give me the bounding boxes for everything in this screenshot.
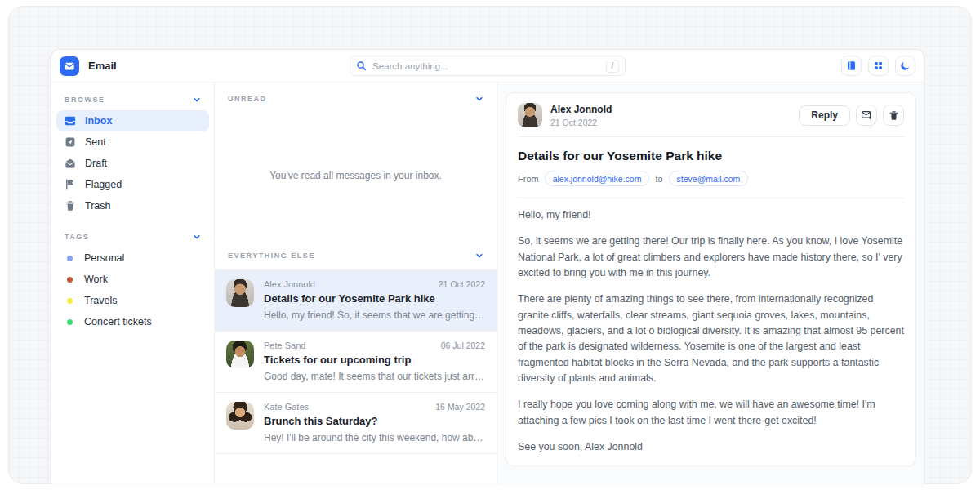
sidebar-item-sent[interactable]: Sent — [56, 131, 209, 153]
sidebar-tag-work[interactable]: Work — [56, 269, 209, 290]
mail-item-content: Kate Gates 16 May 2022 Brunch this Satur… — [264, 402, 485, 443]
apps-grid-button[interactable] — [868, 56, 889, 76]
browse-label: BROWSE — [65, 96, 105, 104]
mail-subject: Details for our Yosemite Park hike — [264, 292, 485, 305]
trash-icon — [65, 200, 76, 212]
tag-label: Work — [84, 274, 108, 285]
chevron-down-icon — [475, 252, 483, 260]
detail-actions: Reply — [799, 105, 904, 126]
chevron-down-icon — [193, 96, 201, 104]
sidebar-item-trash[interactable]: Trash — [56, 195, 209, 216]
detail-subject: Details for our Yosemite Park hike — [518, 149, 904, 163]
trash-icon — [889, 110, 899, 121]
sidebar-tag-personal[interactable]: Personal — [56, 247, 209, 269]
app-title: Email — [88, 60, 117, 72]
email-paragraph: There are plenty of amazing things to se… — [518, 292, 904, 386]
everything-else-label: EVERYTHING ELSE — [228, 252, 315, 260]
chevron-down-icon — [475, 95, 483, 103]
avatar — [518, 103, 542, 127]
tags-section-header[interactable]: TAGS — [56, 228, 209, 247]
grid-icon — [873, 60, 884, 71]
email-app-window: Email Search anything... / — [51, 49, 924, 484]
detail-header: Alex Jonnold 21 Oct 2022 Reply — [518, 103, 904, 127]
unread-empty-message: You've read all messages in your inbox. — [215, 111, 497, 239]
moon-icon — [900, 60, 911, 71]
mail-preview: Hey! I'll be around the city this weeken… — [264, 432, 485, 443]
avatar — [226, 341, 254, 368]
mail-subject: Tickets for our upcoming trip — [264, 354, 485, 366]
email-signoff: See you soon, Alex Jonnold — [518, 439, 904, 455]
search-placeholder: Search anything... — [372, 61, 600, 71]
mail-subject: Brunch this Saturday? — [264, 415, 485, 427]
mail-sender: Pete Sand — [264, 341, 305, 350]
mail-item-content: Pete Sand 06 Jul 2022 Tickets for our up… — [264, 341, 485, 382]
tag-dot-travels — [67, 298, 73, 304]
search-icon — [356, 60, 367, 71]
mail-date: 21 Oct 2022 — [439, 279, 485, 289]
email-paragraph: I really hope you love coming along with… — [518, 397, 904, 429]
from-email-pill[interactable]: alex.jonnold@hike.com — [545, 171, 650, 186]
envelope-logo-icon — [64, 60, 75, 72]
app-logo — [60, 56, 79, 76]
divider — [518, 198, 904, 198]
to-email-pill[interactable]: steve@mail.com — [669, 171, 749, 186]
detail-sender-name: Alex Jonnold — [550, 104, 612, 115]
message-detail-panel: Alex Jonnold 21 Oct 2022 Reply — [497, 82, 924, 484]
send-icon — [65, 136, 76, 148]
to-label: to — [655, 174, 662, 184]
app-header: Email Search anything... / — [51, 50, 924, 82]
avatar — [226, 402, 254, 430]
mail-date: 06 Jul 2022 — [441, 341, 485, 350]
search-input[interactable]: Search anything... / — [350, 56, 626, 76]
app-body: BROWSE Inbox Sent — [51, 82, 924, 484]
tag-dot-personal — [67, 256, 73, 261]
list-item-email-2[interactable]: Pete Sand 06 Jul 2022 Tickets for our up… — [215, 332, 497, 393]
from-to-row: From alex.jonnold@hike.com to steve@mail… — [518, 171, 904, 186]
search-shortcut-badge: / — [606, 60, 619, 73]
mail-date: 16 May 2022 — [435, 402, 485, 412]
divider — [518, 466, 904, 466]
sidebar: BROWSE Inbox Sent — [51, 82, 215, 484]
tag-label: Concert tickets — [84, 316, 152, 327]
email-body: Hello, my friend! So, it seems we are ge… — [518, 207, 904, 455]
sidebar-item-inbox[interactable]: Inbox — [56, 110, 209, 131]
list-item-email-1[interactable]: Alex Jonnold 21 Oct 2022 Details for our… — [215, 270, 497, 332]
from-label: From — [518, 174, 539, 184]
mail-preview: Hello, my friend! So, it seems that we a… — [264, 310, 485, 321]
envelope-plus-icon — [861, 109, 872, 121]
open-envelope-icon — [65, 158, 76, 169]
everything-else-section-header[interactable]: EVERYTHING ELSE — [215, 239, 497, 270]
sidebar-tag-concert-tickets[interactable]: Concert tickets — [56, 311, 209, 332]
sidebar-tag-travels[interactable]: Travels — [56, 290, 209, 311]
divider — [518, 136, 904, 137]
sidebar-item-draft[interactable]: Draft — [56, 153, 209, 174]
inbox-icon — [65, 115, 76, 127]
tag-dot-work — [67, 277, 73, 283]
delete-email-button[interactable] — [883, 105, 904, 126]
email-paragraph: Hello, my friend! — [518, 207, 904, 223]
unread-section-header[interactable]: UNREAD — [215, 82, 497, 111]
flag-icon — [65, 179, 76, 190]
sidebar-item-label: Trash — [85, 200, 111, 212]
unread-label: UNREAD — [228, 95, 267, 103]
browse-section-header[interactable]: BROWSE — [56, 91, 209, 110]
reading-list-button[interactable] — [841, 56, 862, 76]
book-icon — [846, 60, 857, 71]
reply-button[interactable]: Reply — [799, 105, 850, 126]
message-detail-card: Alex Jonnold 21 Oct 2022 Reply — [506, 92, 916, 466]
mail-preview: Good day, mate! It seems that our ticket… — [264, 371, 485, 382]
list-item-email-3[interactable]: Kate Gates 16 May 2022 Brunch this Satur… — [215, 393, 497, 454]
detail-date: 21 Oct 2022 — [550, 118, 612, 127]
message-list-panel: UNREAD You've read all messages in your … — [215, 82, 497, 484]
sidebar-item-label: Draft — [85, 158, 107, 169]
dark-mode-toggle[interactable] — [895, 56, 915, 76]
sidebar-item-label: Inbox — [85, 115, 112, 127]
sidebar-item-label: Sent — [85, 136, 106, 148]
tag-dot-concert-tickets — [67, 319, 73, 325]
email-paragraph: So, it seems we are getting there! Our t… — [518, 234, 904, 281]
tags-label: TAGS — [65, 233, 89, 241]
sidebar-item-flagged[interactable]: Flagged — [56, 174, 209, 195]
forward-email-button[interactable] — [856, 105, 877, 126]
tag-label: Personal — [84, 252, 124, 264]
sidebar-item-label: Flagged — [85, 179, 122, 190]
